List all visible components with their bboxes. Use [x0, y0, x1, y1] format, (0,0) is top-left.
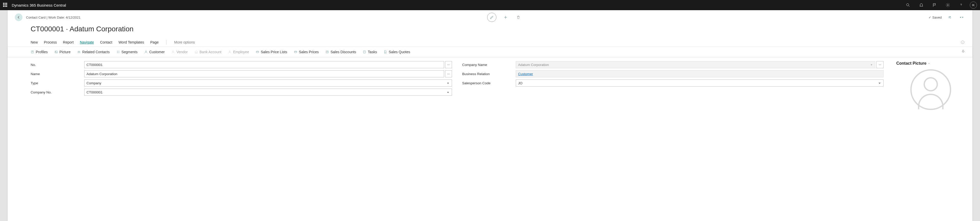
menu-report[interactable]: Report	[63, 40, 74, 44]
svg-point-15	[229, 51, 231, 52]
type-select[interactable]: Company	[84, 79, 452, 87]
ribbon-customer[interactable]: Customer	[144, 50, 165, 54]
contact-picture-placeholder[interactable]	[910, 69, 951, 110]
app-launcher-icon[interactable]	[3, 3, 8, 7]
svg-point-8	[79, 51, 80, 52]
flag-icon[interactable]	[930, 0, 939, 9]
gear-icon[interactable]	[943, 0, 953, 9]
chevron-down-icon	[928, 62, 931, 65]
ribbon-sales-price-lists[interactable]: Sales Price Lists	[256, 50, 287, 54]
menu-process[interactable]: Process	[44, 40, 57, 44]
help-icon[interactable]	[956, 0, 966, 9]
delete-button[interactable]	[515, 14, 522, 21]
menu-more-options[interactable]: More options	[174, 40, 195, 44]
label-type: Type	[30, 81, 82, 85]
menu-contact[interactable]: Contact	[100, 40, 112, 44]
pin-icon[interactable]	[961, 49, 965, 54]
svg-point-6	[56, 51, 56, 52]
user-avatar[interactable]: IK	[970, 2, 977, 9]
label-company-name: Company Name	[462, 63, 513, 67]
business-relation-link[interactable]: Customer	[518, 72, 533, 76]
ribbon-sales-discounts[interactable]: Sales Discounts	[325, 50, 356, 54]
popout-icon[interactable]	[946, 14, 953, 21]
svg-rect-17	[294, 51, 297, 53]
label-company-no: Company No.	[30, 90, 82, 94]
ribbon-picture[interactable]: Picture	[54, 50, 71, 54]
product-brand: Dynamics 365 Business Central	[12, 3, 66, 7]
saved-indicator: Saved	[928, 16, 942, 19]
label-no: No.	[30, 63, 82, 67]
menu-new[interactable]: New	[30, 40, 38, 44]
edit-button[interactable]	[487, 13, 496, 22]
svg-point-1	[947, 5, 948, 6]
new-button[interactable]	[502, 14, 509, 21]
svg-rect-18	[326, 51, 328, 53]
svg-point-9	[117, 51, 118, 51]
name-assist-button[interactable]: ···	[445, 70, 452, 77]
action-menu: New Process Report Navigate Contact Word…	[8, 38, 972, 47]
company-no-select[interactable]: CT000001	[84, 88, 452, 96]
ribbon-sales-quotes[interactable]: Sales Quotes	[383, 50, 410, 54]
menu-word-templates[interactable]: Word Templates	[118, 40, 144, 44]
label-salesperson: Salesperson Code	[462, 81, 513, 85]
svg-point-13	[145, 51, 146, 52]
svg-point-4	[32, 51, 33, 52]
back-button[interactable]	[15, 14, 22, 21]
label-name: Name	[30, 72, 82, 76]
svg-point-12	[118, 52, 119, 53]
page-title: CT000001 · Adatum Corporation	[8, 24, 972, 38]
salesperson-select[interactable]: JO	[516, 79, 883, 87]
factbox-title[interactable]: Contact Picture	[896, 61, 965, 66]
notifications-icon[interactable]	[917, 0, 926, 9]
name-input[interactable]	[84, 70, 444, 77]
svg-rect-16	[256, 51, 259, 53]
menu-navigate[interactable]: Navigate	[80, 40, 94, 44]
ribbon-vendor[interactable]: Vendor	[171, 50, 188, 54]
svg-rect-3	[31, 51, 33, 53]
info-icon[interactable]	[960, 40, 965, 45]
svg-point-11	[117, 52, 118, 53]
menu-page[interactable]: Page	[150, 40, 159, 44]
svg-rect-19	[363, 51, 366, 53]
search-icon[interactable]	[904, 0, 913, 9]
svg-point-7	[78, 51, 79, 52]
navigate-ribbon: Profiles Picture Related Contacts Segmen…	[8, 47, 972, 57]
no-input[interactable]	[84, 61, 444, 68]
ribbon-employee[interactable]: Employee	[228, 50, 249, 54]
svg-point-14	[172, 51, 174, 52]
ribbon-profiles[interactable]: Profiles	[30, 50, 48, 54]
company-name-assist-button[interactable]: ···	[877, 61, 883, 68]
label-business-relation: Business Relation	[462, 72, 513, 76]
breadcrumb: Contact Card | Work Date: 4/12/2021	[26, 16, 80, 19]
ribbon-tasks[interactable]: Tasks	[363, 50, 377, 54]
company-name-readonly: Adatum Corporation	[516, 61, 875, 68]
svg-point-0	[907, 3, 909, 6]
ribbon-related-contacts[interactable]: Related Contacts	[77, 50, 110, 54]
no-assist-button[interactable]: ···	[445, 61, 452, 68]
ribbon-segments[interactable]: Segments	[116, 50, 138, 54]
svg-point-10	[118, 51, 119, 51]
ribbon-bank-account[interactable]: Bank Account	[194, 50, 221, 54]
ribbon-sales-prices[interactable]: Sales Prices	[294, 50, 319, 54]
business-relation-value: Customer	[516, 70, 883, 77]
collapse-icon[interactable]	[958, 14, 965, 21]
